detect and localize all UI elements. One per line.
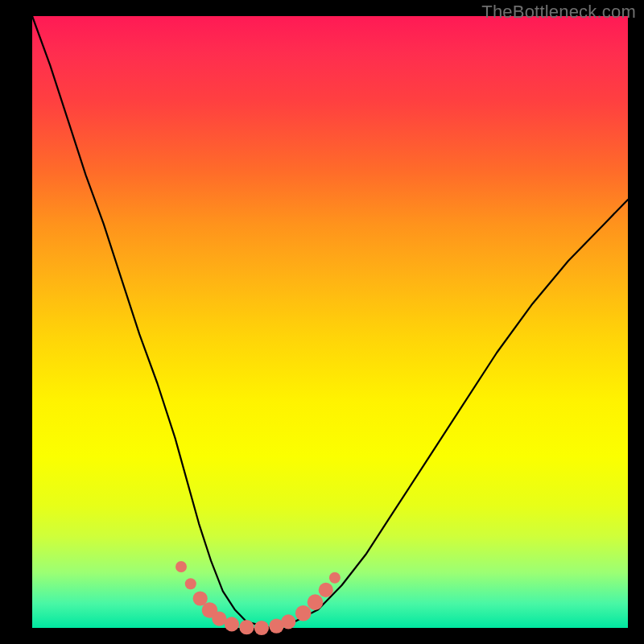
curve-marker: [281, 614, 295, 629]
bottleneck-curve: [32, 16, 628, 628]
curve-marker: [254, 621, 269, 635]
curve-marker: [329, 572, 341, 584]
curve-marker: [308, 594, 324, 610]
curve-marker: [225, 617, 239, 631]
curve-marker: [295, 605, 312, 621]
chart-frame: TheBottleneck.com: [0, 0, 644, 644]
watermark-text: TheBottleneck.com: [481, 2, 636, 23]
curve-marker: [239, 620, 254, 634]
curve-marker: [185, 578, 196, 589]
curve-markers: [175, 561, 341, 635]
curve-marker: [212, 612, 226, 626]
plot-area: [32, 16, 628, 628]
chart-svg: [32, 16, 628, 628]
curve-marker: [175, 561, 187, 572]
curve-marker: [319, 583, 333, 597]
